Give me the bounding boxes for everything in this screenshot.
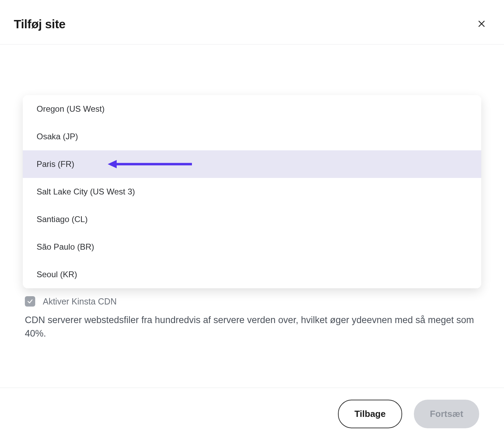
cdn-checkbox[interactable] [25,296,35,307]
dropdown-option-label: Seoul (KR) [37,270,77,279]
close-icon [477,19,486,28]
dropdown-option-osaka[interactable]: Osaka (JP) [23,123,481,150]
dropdown-option-label: São Paulo (BR) [37,242,94,251]
cdn-checkbox-label: Aktiver Kinsta CDN [43,297,117,307]
dialog-footer: Tilbage Fortsæt [0,388,504,440]
dropdown-option-santiago[interactable]: Santiago (CL) [23,206,481,233]
dropdown-option-seoul[interactable]: Seoul (KR) [23,261,481,288]
back-button[interactable]: Tilbage [338,400,403,428]
checkmark-icon [27,298,33,304]
dropdown-option-label: Santiago (CL) [37,214,88,224]
cdn-checkbox-row: Aktiver Kinsta CDN [25,296,479,307]
dropdown-option-sao-paulo[interactable]: São Paulo (BR) [23,233,481,261]
datacenter-dropdown[interactable]: Oregon (US West) Osaka (JP) Paris (FR) S… [23,95,481,288]
close-button[interactable] [476,18,487,31]
page-title: Tilføj site [14,17,66,31]
dropdown-option-paris[interactable]: Paris (FR) [23,150,481,178]
dropdown-option-label: Oregon (US West) [37,104,105,113]
dialog-header: Tilføj site [0,0,504,44]
dropdown-option-label: Paris (FR) [37,159,74,169]
dropdown-option-salt-lake-city[interactable]: Salt Lake City (US West 3) [23,178,481,206]
cdn-description: CDN serverer webstedsfiler fra hundredvi… [25,313,479,340]
dropdown-option-label: Salt Lake City (US West 3) [37,187,135,196]
cdn-section: Aktiver Kinsta CDN CDN serverer websteds… [25,296,479,340]
svg-marker-3 [108,160,117,168]
arrow-annotation-icon [108,159,192,169]
dropdown-option-oregon[interactable]: Oregon (US West) [23,95,481,123]
dropdown-option-label: Osaka (JP) [37,132,78,141]
continue-button[interactable]: Fortsæt [414,400,479,428]
